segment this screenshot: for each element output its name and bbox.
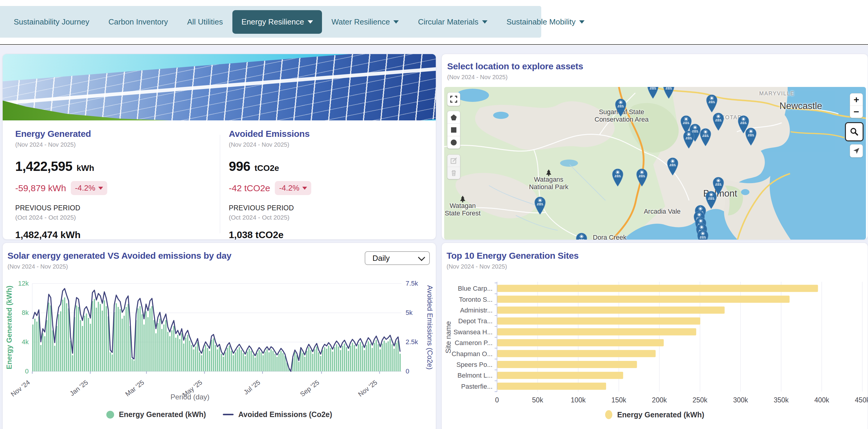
solar-site-pin[interactable] bbox=[699, 128, 712, 146]
legend-label: Energy Generated (kWh) bbox=[617, 410, 704, 419]
svg-text:Blue Carp...: Blue Carp... bbox=[458, 285, 493, 292]
svg-text:Mar '25: Mar '25 bbox=[124, 378, 146, 398]
svg-text:Site name: Site name bbox=[444, 321, 452, 354]
nav-item-label: Sustainability Journey bbox=[14, 17, 89, 27]
solar-site-pin[interactable] bbox=[614, 98, 627, 117]
svg-text:400k: 400k bbox=[814, 396, 829, 404]
map-title: Select location to explore assets bbox=[447, 61, 583, 71]
svg-text:Swansea H...: Swansea H... bbox=[454, 328, 493, 336]
top-navigation: Sustainability JourneyCarbon InventoryAl… bbox=[0, 6, 541, 38]
legend-energy-generated: Energy Generated (kWh) bbox=[605, 410, 704, 419]
locate-me-button[interactable] bbox=[850, 144, 863, 157]
svg-text:Chapman O...: Chapman O... bbox=[452, 350, 493, 358]
kpi-delta-badge[interactable]: -4.2% bbox=[71, 181, 107, 195]
daily-chart-title: Solar energy generated VS Avoided emissi… bbox=[7, 251, 231, 261]
solar-site-pin[interactable] bbox=[662, 87, 675, 99]
solar-site-pin[interactable] bbox=[635, 168, 648, 187]
nav-item-label: Carbon Inventory bbox=[108, 17, 168, 27]
svg-text:8k: 8k bbox=[22, 309, 29, 316]
kpi-period: (Nov 2024 - Nov 2025) bbox=[229, 141, 436, 148]
nav-item-label: Sustainable Mobility bbox=[506, 17, 576, 27]
zoom-out-button[interactable]: − bbox=[850, 106, 863, 118]
legend-energy-generated: Energy Generated (kWh) bbox=[106, 410, 206, 419]
map-canvas[interactable]: MARYVILLENewcastleKOTARASugarloaf StateC… bbox=[444, 87, 866, 240]
daily-chart-card: Solar energy generated VS Avoided emissi… bbox=[2, 243, 436, 429]
nav-item-label: All Utilities bbox=[187, 17, 223, 27]
caret-down-icon bbox=[308, 20, 313, 24]
kpi-unit: tCO2e bbox=[254, 163, 279, 173]
chevron-down-icon bbox=[418, 254, 425, 261]
svg-text:Pasterfie...: Pasterfie... bbox=[461, 383, 493, 390]
solar-site-pin[interactable] bbox=[533, 196, 547, 215]
map-place-label: WataganState Forest bbox=[445, 202, 480, 217]
zoom-controls: + − bbox=[850, 93, 863, 118]
map-search-button[interactable] bbox=[845, 122, 864, 141]
previous-period-value: 1,482,474 kWh bbox=[15, 229, 220, 241]
granularity-value: Daily bbox=[372, 254, 418, 263]
zoom-in-button[interactable]: + bbox=[850, 93, 863, 106]
solar-site-pin[interactable] bbox=[705, 94, 718, 113]
nav-item-sustainability-journey[interactable]: Sustainability Journey bbox=[4, 17, 99, 27]
solar-site-pin[interactable] bbox=[666, 157, 679, 176]
nav-item-circular-materials[interactable]: Circular Materials bbox=[408, 17, 497, 27]
nav-item-water-resilience[interactable]: Water Resilience bbox=[322, 17, 409, 27]
daily-chart-period: (Nov 2024 - Nov 2025) bbox=[7, 263, 231, 270]
svg-text:250k: 250k bbox=[693, 396, 708, 404]
daily-chart-legend: Energy Generated (kWh) Avoided Emissions… bbox=[3, 410, 436, 419]
trash-icon bbox=[451, 170, 457, 176]
svg-text:50k: 50k bbox=[532, 396, 543, 404]
map-card: Select location to explore assets (Nov 2… bbox=[441, 54, 868, 240]
legend-dot-icon bbox=[605, 410, 612, 419]
energy-generated-kpi: Energy Generated (Nov 2024 - Nov 2025) 1… bbox=[3, 120, 220, 239]
kpi-delta-pct: -4.2% bbox=[279, 183, 299, 193]
svg-text:Period (day): Period (day) bbox=[170, 393, 210, 401]
fullscreen-button[interactable] bbox=[447, 92, 460, 106]
granularity-select[interactable]: Daily bbox=[365, 251, 430, 265]
nav-item-all-utilities[interactable]: All Utilities bbox=[178, 17, 232, 27]
previous-period-label: PREVIOUS PERIOD bbox=[229, 204, 436, 212]
solar-site-pin[interactable] bbox=[611, 168, 624, 187]
previous-period-label: PREVIOUS PERIOD bbox=[15, 204, 220, 212]
top-sites-period: (Nov 2024 - Nov 2025) bbox=[446, 263, 579, 270]
nav-item-carbon-inventory[interactable]: Carbon Inventory bbox=[99, 17, 178, 27]
svg-text:4k: 4k bbox=[22, 338, 29, 346]
nav-item-energy-resilience[interactable]: Energy Resilience bbox=[232, 10, 322, 34]
legend-line-icon bbox=[223, 414, 234, 415]
nav-item-label: Circular Materials bbox=[418, 17, 478, 27]
svg-text:450k: 450k bbox=[855, 396, 868, 404]
solar-site-pin[interactable] bbox=[696, 229, 709, 240]
edit-shape-button[interactable] bbox=[447, 155, 460, 167]
legend-dot-icon bbox=[106, 411, 114, 419]
svg-text:Toronto S...: Toronto S... bbox=[459, 296, 493, 303]
solar-site-pin[interactable] bbox=[744, 127, 757, 146]
solar-site-pin[interactable] bbox=[712, 112, 725, 131]
solar-site-pin[interactable] bbox=[646, 87, 659, 99]
delete-shape-button[interactable] bbox=[447, 167, 460, 179]
map-place-label: MARYVILLE bbox=[759, 91, 795, 97]
kpi-period: (Nov 2024 - Nov 2025) bbox=[15, 141, 220, 148]
previous-period-range: (Oct 2024 - Oct 2025) bbox=[229, 214, 436, 221]
kpi-delta-pct: -4.2% bbox=[75, 183, 95, 193]
svg-text:7.5k: 7.5k bbox=[406, 280, 418, 287]
nav-item-sustainable-mobility[interactable]: Sustainable Mobility bbox=[497, 17, 594, 27]
map-period: (Nov 2024 - Nov 2025) bbox=[447, 74, 583, 81]
draw-circle-button[interactable] bbox=[447, 136, 460, 149]
navigation-arrow-icon bbox=[853, 147, 860, 154]
kpi-divider bbox=[220, 135, 220, 233]
kpi-unit: kWh bbox=[76, 163, 94, 173]
kpi-row: Energy Generated (Nov 2024 - Nov 2025) 1… bbox=[3, 120, 436, 239]
draw-polygon-button[interactable] bbox=[447, 111, 460, 124]
solar-site-pin[interactable] bbox=[682, 130, 695, 149]
svg-text:Nov '25: Nov '25 bbox=[356, 378, 379, 398]
daily-combo-chart: 004k2.5k8k5k12k7.5kEnergy Generated (kWh… bbox=[3, 279, 436, 419]
search-icon bbox=[850, 127, 859, 136]
edit-tools-group bbox=[447, 154, 460, 179]
solar-site-pin[interactable] bbox=[575, 233, 588, 240]
svg-text:Depot Tra...: Depot Tra... bbox=[458, 317, 493, 325]
legend-label: Avoided Emissions (Co2e) bbox=[238, 410, 332, 419]
svg-text:Speers Po...: Speers Po... bbox=[456, 361, 493, 368]
draw-rectangle-button[interactable] bbox=[447, 124, 460, 136]
kpi-delta-badge[interactable]: -4.2% bbox=[275, 181, 311, 195]
kpi-value: 996 bbox=[229, 159, 250, 174]
caret-down-icon bbox=[302, 187, 307, 190]
